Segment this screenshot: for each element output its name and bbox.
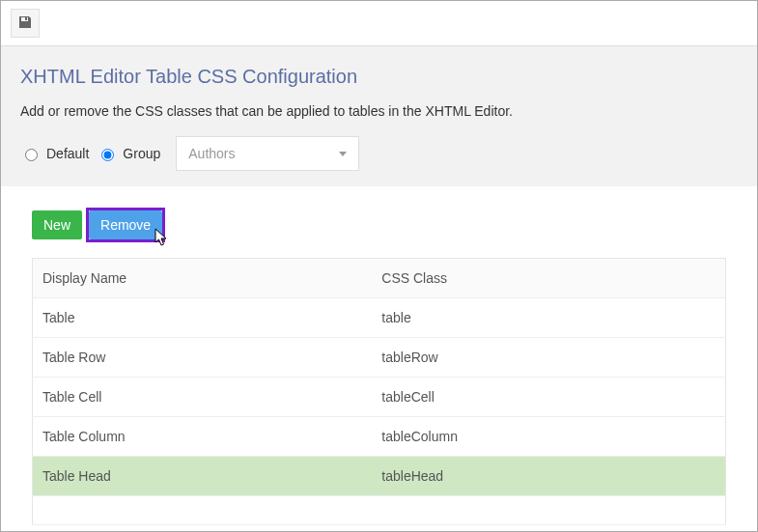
table-row[interactable]: Table HeadtableHead (33, 457, 726, 496)
remove-button[interactable]: Remove (89, 210, 162, 239)
chevron-down-icon (339, 152, 347, 156)
page-title: XHTML Editor Table CSS Configuration (20, 66, 738, 88)
group-select-value: Authors (188, 146, 235, 161)
remove-button-highlight: Remove (86, 208, 165, 242)
new-button[interactable]: New (32, 210, 82, 239)
table-header-row: Display Name CSS Class (33, 259, 726, 298)
action-buttons: New Remove (32, 208, 726, 242)
svg-rect-0 (25, 17, 27, 20)
page-description: Add or remove the CSS classes that can b… (20, 103, 738, 119)
group-select[interactable]: Authors (176, 136, 359, 171)
cell-css-class: table (372, 298, 725, 338)
save-icon (17, 14, 33, 33)
cell-css-class: tableRow (372, 338, 725, 378)
save-button[interactable] (11, 9, 40, 38)
header-css-class: CSS Class (372, 259, 725, 298)
scope-selector: Default Group Authors (20, 136, 738, 171)
scope-default-radio[interactable] (25, 149, 38, 161)
table-row[interactable]: Table ColumntableColumn (33, 417, 726, 457)
scope-default-label: Default (46, 146, 89, 161)
scope-group-label: Group (123, 146, 160, 161)
scope-group-option[interactable]: Group (97, 146, 160, 161)
cell-display-name: Table Column (33, 417, 373, 457)
cell-css-class: tableColumn (372, 417, 725, 457)
cell-display-name: Table Row (33, 338, 373, 378)
cell-display-name: Table (33, 298, 373, 338)
cell-display-name: Table Head (33, 457, 373, 496)
config-header-area: XHTML Editor Table CSS Configuration Add… (1, 46, 757, 186)
table-row-empty (33, 496, 726, 525)
cell-css-class: tableCell (372, 378, 725, 417)
content-panel: New Remove Display Name CSS Class Tablet… (16, 186, 742, 532)
scope-default-option[interactable]: Default (20, 146, 89, 161)
css-classes-table: Display Name CSS Class TabletableTable R… (32, 258, 726, 525)
empty-cell (372, 496, 725, 525)
empty-cell (33, 496, 373, 525)
table-row[interactable]: Table RowtableRow (33, 338, 726, 378)
cell-css-class: tableHead (372, 457, 725, 496)
cell-display-name: Table Cell (33, 378, 373, 417)
top-toolbar (1, 1, 757, 46)
scope-group-radio[interactable] (101, 149, 114, 161)
table-row[interactable]: Table CelltableCell (33, 378, 726, 417)
table-row[interactable]: Tabletable (33, 298, 726, 338)
header-display-name: Display Name (33, 259, 373, 298)
